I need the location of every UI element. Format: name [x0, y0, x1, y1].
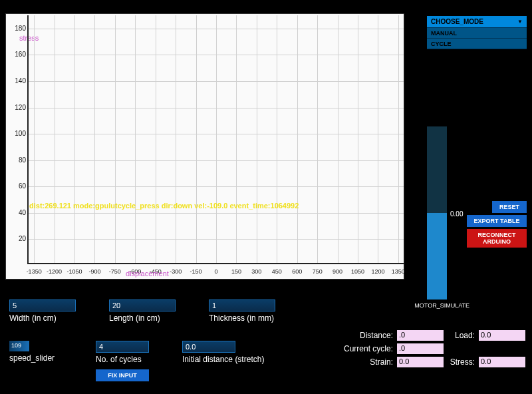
length-label: Length (in cm) — [109, 313, 176, 323]
strain-value: 0.0 — [397, 357, 444, 367]
x-axis-label: displacement — [126, 270, 169, 278]
chart-grid — [27, 15, 404, 264]
current-cycle-value: .0 — [397, 343, 444, 354]
stress-value: 0.0 — [479, 357, 525, 367]
current-cycle-label: Current cycle: — [344, 344, 394, 353]
initial-distance-label: Initial distance (stretch) — [182, 355, 264, 364]
thickness-input[interactable] — [209, 299, 275, 311]
fix-input-button[interactable]: FIX INPUT — [96, 369, 149, 381]
speed-slider[interactable]: 109 — [9, 341, 63, 351]
reconnect-arduino-button[interactable]: RECONNECT ARDUINO — [467, 229, 527, 248]
load-value: 0.0 — [479, 330, 525, 341]
distance-label: Distance: — [344, 331, 394, 340]
readout-panel: Distance: .0 Load: 0.0 Current cycle: .0… — [344, 330, 525, 367]
input-row-1: Width (in cm) Length (in cm) Thickness (… — [9, 299, 275, 323]
choose-mode-label: CHOOSE_MODE — [431, 18, 483, 25]
motor-simulate-label: MOTOR_SIMULATE — [414, 302, 469, 309]
thickness-label: Thickness (in mm) — [209, 313, 275, 323]
cycles-input[interactable] — [96, 341, 149, 353]
chart-status-overlay: dist:269.121 mode:gpulutcycle_press dir:… — [29, 202, 299, 210]
export-table-button[interactable]: EXPORT TABLE — [467, 215, 527, 227]
load-label: Load: — [446, 331, 476, 340]
x-axis-line — [27, 263, 404, 264]
action-buttons: RESET EXPORT TABLE RECONNECT ARDUINO — [467, 201, 527, 250]
distance-value: .0 — [397, 330, 444, 341]
cycles-label: No. of cycles — [96, 355, 149, 364]
mode-option-cycle[interactable]: CYCLE — [427, 39, 527, 49]
motor-simulate-bar — [427, 126, 447, 299]
input-row-2: 109 speed_slider No. of cycles FIX INPUT… — [9, 341, 264, 381]
motor-simulate-slider[interactable]: 0.00 — [427, 126, 447, 299]
length-input[interactable] — [109, 299, 176, 311]
y-axis-line — [27, 15, 29, 264]
speed-slider-value: 109 — [11, 342, 21, 349]
choose-mode-dropdown[interactable]: CHOOSE_MODE ▼ — [427, 16, 527, 28]
strain-label: Strain: — [344, 357, 394, 367]
initial-distance-input[interactable] — [182, 341, 235, 353]
motor-simulate-value: 0.00 — [450, 210, 463, 218]
chevron-down-icon: ▼ — [517, 19, 523, 25]
reset-button[interactable]: RESET — [492, 201, 527, 213]
width-label: Width (in cm) — [9, 313, 76, 323]
mode-option-manual[interactable]: MANUAL — [427, 28, 527, 39]
speed-slider-label: speed_slider — [9, 353, 63, 363]
width-input[interactable] — [9, 299, 76, 311]
mode-selector-panel: CHOOSE_MODE ▼ MANUAL CYCLE — [427, 16, 527, 49]
stress-label: Stress: — [446, 357, 476, 367]
stress-displacement-chart: stress 20406080100120140160180 -1350-120… — [5, 13, 404, 280]
